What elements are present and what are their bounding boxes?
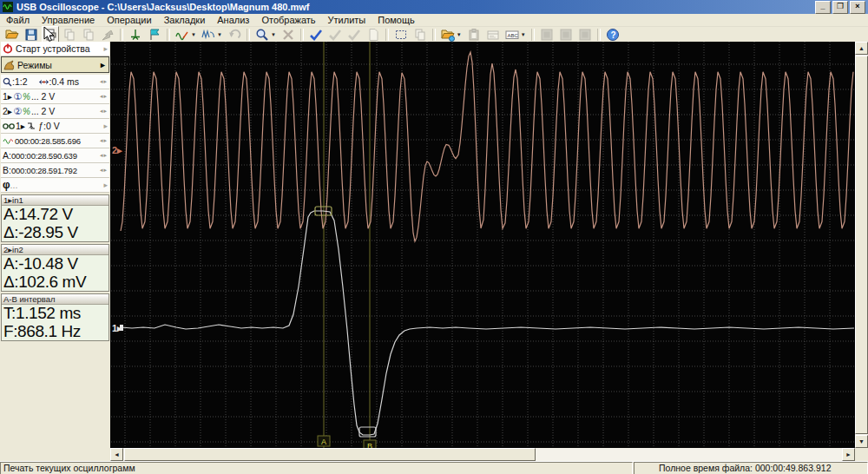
phase-row[interactable]: φ ... ▸ xyxy=(1,178,109,193)
vertical-scroll-thumb[interactable] xyxy=(855,56,868,434)
trigger-row[interactable]: 1▸ ƒ:0 V ▸ xyxy=(1,119,109,134)
close-button[interactable]: × xyxy=(850,1,865,14)
interval-freq-value: F:868.1 Hz xyxy=(2,323,108,341)
scroll-up-button[interactable]: ▲ xyxy=(855,42,868,55)
channel2-prefix: 2▸ xyxy=(3,106,12,116)
menu-3[interactable]: Операции xyxy=(101,14,157,26)
toolbar-separator xyxy=(597,29,601,41)
channel1-range: ... 2 V xyxy=(31,91,55,102)
spinner-arrows-icon[interactable]: ◂▸ xyxy=(100,78,108,85)
toolbar-button-apply[interactable] xyxy=(307,26,325,43)
scroll-down-button[interactable]: ▼ xyxy=(855,435,868,448)
dropdown-arrow-icon[interactable]: ▼ xyxy=(217,32,222,37)
stamp-icon xyxy=(486,28,500,42)
horizontal-scroll-thumb[interactable] xyxy=(124,448,536,461)
measurement-panel-in1: 1▸in1 A:14.72 V Δ:-28.95 V xyxy=(1,194,109,242)
cursor-a-row[interactable]: A: 000:00:28.590.639 ◂▸ xyxy=(1,148,109,163)
menu-4[interactable]: Закладки xyxy=(158,14,212,26)
cursor-a-value: 000:00:28.590.639 xyxy=(11,151,77,161)
abc-icon: ABC xyxy=(505,28,519,42)
channel-label-2[interactable]: 2▸ xyxy=(112,145,122,155)
toolbar-separator xyxy=(300,29,304,41)
channel1-row[interactable]: 1▸ ① % ... 2 V ◂▸ xyxy=(1,89,109,104)
measurement-panel-interval: A-B интервал T:1.152 ms F:868.1 Hz xyxy=(1,293,109,341)
channel2-row[interactable]: 2▸ ② % ... 2 V ◂▸ xyxy=(1,104,109,119)
dark-square-icon xyxy=(559,28,573,42)
toolbar-button-zoom-tool[interactable]: ▼ xyxy=(253,26,278,43)
measure-a-value: A:14.72 V xyxy=(2,206,108,224)
check-gray-icon xyxy=(328,28,342,42)
cursor-b-value: 000:00:28.591.792 xyxy=(11,166,77,175)
spinner-arrows-icon[interactable]: ◂▸ xyxy=(100,167,108,174)
toolbar-separator xyxy=(385,29,389,41)
menu-2[interactable]: Управление xyxy=(36,14,101,26)
dropdown-arrow-icon[interactable]: ▼ xyxy=(521,32,526,37)
toolbar-button-clear-markers xyxy=(279,26,297,43)
toolbar-button-copy-fragment xyxy=(80,26,97,43)
vertical-scrollbar[interactable]: ▲ ▼ xyxy=(855,42,868,448)
cursor-a-label: A: xyxy=(3,150,11,161)
spinner-arrows-icon[interactable]: ◂▸ xyxy=(100,152,108,159)
toolbar-button-measure-probe[interactable] xyxy=(127,26,144,43)
spinner-arrows-icon[interactable]: ◂▸ xyxy=(100,93,108,100)
dropdown-arrow-icon[interactable]: ▼ xyxy=(457,32,462,37)
modes-button[interactable]: Режимы ► xyxy=(1,56,109,73)
toolbar-button-folder-options[interactable]: ▼ xyxy=(439,26,464,43)
phi-value: ... xyxy=(10,180,18,190)
menu-7[interactable]: Утилиты xyxy=(322,14,372,26)
toolbar-button-signal-mode[interactable]: ▼ xyxy=(200,26,224,43)
svg-text:A: A xyxy=(321,438,326,446)
flag-icon xyxy=(148,28,161,42)
status-message: Печать текущих осциллограмм xyxy=(0,462,633,474)
minimize-button[interactable]: _ xyxy=(815,1,831,14)
svg-text:ABC: ABC xyxy=(507,32,518,37)
toolbar-button-undo xyxy=(226,26,243,43)
toolbar-button-print[interactable] xyxy=(42,26,59,43)
spinner-arrows-icon[interactable]: ◂▸ xyxy=(100,137,108,144)
oscilloscope-display[interactable]: AB2▸1▸ xyxy=(110,42,855,448)
chevron-right-icon: ▸ xyxy=(103,181,108,189)
wave-green-icon xyxy=(175,28,189,42)
toolbar-button-signal-view[interactable]: ▼ xyxy=(174,26,198,43)
chevron-right-icon: ▸ xyxy=(103,122,108,130)
toolbar-button-bookmark[interactable] xyxy=(146,26,163,43)
wave-blue-icon xyxy=(201,28,215,42)
toolbar-button-open[interactable] xyxy=(3,26,21,43)
scroll-right-button[interactable]: ► xyxy=(842,448,855,461)
toolbar-button-panel-layout-1 xyxy=(538,26,556,43)
cursor-b-row[interactable]: B: 000:00:28.591.792 ◂▸ xyxy=(1,163,109,178)
modes-icon xyxy=(3,60,15,70)
toolbar-button-labels[interactable]: ABC▼ xyxy=(503,26,528,43)
floppy-icon xyxy=(24,28,38,42)
menu-5[interactable]: Анализ xyxy=(211,14,255,26)
toolbar-button-panel-layout-3 xyxy=(576,26,594,43)
channel-label-1[interactable]: 1▸ xyxy=(112,323,122,333)
waveform-icon xyxy=(3,136,14,145)
dark-square-icon xyxy=(578,28,592,42)
toolbar-button-select-region[interactable] xyxy=(392,26,410,43)
measure-a-value: A:-10.48 V xyxy=(2,255,108,273)
restore-button[interactable]: ❐ xyxy=(832,1,848,14)
scroll-left-button[interactable]: ◄ xyxy=(110,448,123,461)
coupling-icon: % xyxy=(23,107,30,116)
magnifier-icon xyxy=(3,77,12,87)
start-device-button[interactable]: Старт устройства ▸ xyxy=(1,42,109,56)
spinner-arrows-icon[interactable]: ◂▸ xyxy=(100,108,108,115)
export-arrow-icon xyxy=(101,28,115,42)
channel1-prefix: 1▸ xyxy=(3,91,12,102)
clipboard-icon xyxy=(467,28,481,42)
cursor-time-row[interactable]: 000:00:28.585.696 ◂▸ xyxy=(1,134,109,148)
dropdown-arrow-icon[interactable]: ▼ xyxy=(271,32,276,37)
undo-icon xyxy=(227,28,241,42)
toolbar-button-save[interactable] xyxy=(23,26,40,43)
menu-6[interactable]: Отображать xyxy=(255,14,321,26)
pin-x-icon xyxy=(281,28,295,42)
scale-row[interactable]: :1:2 :0.4 ms ◂▸ xyxy=(1,75,109,89)
horizontal-scrollbar[interactable]: ◄ ► xyxy=(110,448,855,461)
app-icon xyxy=(3,2,13,12)
toolbar-button-help[interactable]: ? xyxy=(604,26,621,43)
modes-label: Режимы xyxy=(17,60,52,70)
dropdown-arrow-icon[interactable]: ▼ xyxy=(191,32,196,37)
menu-1[interactable]: Файл xyxy=(0,14,36,26)
menu-8[interactable]: Помощь xyxy=(372,14,421,26)
